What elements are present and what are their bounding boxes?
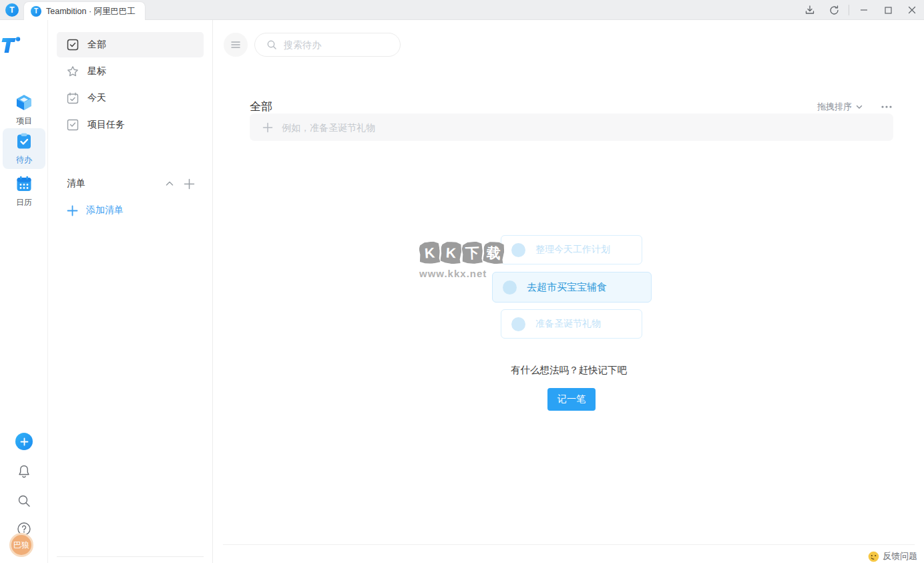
plus-icon xyxy=(15,433,33,450)
add-list-plus-icon[interactable] xyxy=(184,178,195,190)
sort-label: 拖拽排序 xyxy=(817,101,852,113)
hamburger-icon xyxy=(230,40,241,49)
rail-item-label: 日历 xyxy=(3,197,45,208)
checkbox-check-icon xyxy=(67,39,79,51)
sidebar-item-today[interactable]: 今天 xyxy=(57,85,204,111)
rail-item-label: 项目 xyxy=(3,116,45,127)
tab-favicon-icon: T xyxy=(31,6,41,17)
add-task-input[interactable] xyxy=(282,122,856,133)
rail-item-label: 待办 xyxy=(3,154,45,166)
app-tab[interactable]: T Teambition · 阿里巴巴工 xyxy=(23,1,146,21)
titlebar-separator xyxy=(849,5,849,15)
illustration-card-label: 去超市买宝宝辅食 xyxy=(527,281,607,294)
feedback-button[interactable]: 反馈问题 xyxy=(868,550,917,562)
sort-dropdown[interactable]: 拖拽排序 xyxy=(817,101,863,113)
empty-state-hint: 有什么想法吗？赶快记下吧 xyxy=(214,364,924,377)
star-icon xyxy=(67,65,79,77)
todo-search-box[interactable] xyxy=(254,33,401,57)
user-avatar[interactable]: 巴狼 xyxy=(9,533,33,557)
left-rail: 项目 待办 日历 xyxy=(0,20,48,563)
plus-icon xyxy=(262,122,273,133)
add-list-button[interactable]: 添加清单 xyxy=(67,202,124,219)
task-circle-icon xyxy=(511,317,525,331)
bell-icon xyxy=(16,463,32,480)
illustration-card-label: 整理今天工作计划 xyxy=(535,244,610,256)
sidebar-item-project-tasks[interactable]: 项目任务 xyxy=(57,112,204,138)
avatar-name: 巴狼 xyxy=(13,540,29,551)
ellipsis-icon xyxy=(881,105,893,109)
download-icon[interactable] xyxy=(798,0,822,20)
main-panel: 全部 拖拽排序 整理今天工作计划 去超市买宝宝辅食 准备圣诞节礼物 有什么想法吗… xyxy=(214,20,924,563)
close-button[interactable] xyxy=(900,0,924,20)
maximize-button[interactable] xyxy=(876,0,900,20)
refresh-icon[interactable] xyxy=(822,0,846,20)
illustration-card-label: 准备圣诞节礼物 xyxy=(535,318,601,330)
titlebar: T T Teambition · 阿里巴巴工 xyxy=(0,0,924,20)
calendar-icon xyxy=(15,175,33,192)
minimize-button[interactable] xyxy=(852,0,876,20)
rail-item-calendar[interactable]: 日历 xyxy=(3,171,45,212)
teambition-brand-icon xyxy=(0,35,48,56)
illustration-card: 整理今天工作计划 xyxy=(501,235,642,264)
notifications-button[interactable] xyxy=(0,463,48,482)
page-title: 全部 xyxy=(250,99,272,114)
calendar-check-icon xyxy=(67,92,79,104)
add-list-label: 添加清单 xyxy=(86,204,124,216)
toggle-sidebar-button[interactable] xyxy=(224,33,248,57)
bottom-divider xyxy=(223,544,915,545)
search-button[interactable] xyxy=(0,493,48,512)
teambition-logo-icon: T xyxy=(5,3,19,17)
plus-icon xyxy=(67,205,78,216)
lists-section-header: 清单 xyxy=(67,175,195,192)
todo-clipboard-icon xyxy=(15,132,33,150)
sidebar-item-starred[interactable]: 星标 xyxy=(57,59,204,84)
illustration-card: 准备圣诞节礼物 xyxy=(501,309,642,339)
sidebar: 全部 星标 今天 项目任务 清单 添加清单 xyxy=(48,20,213,563)
more-menu-button[interactable] xyxy=(879,99,895,115)
sidebar-item-label: 今天 xyxy=(87,92,106,104)
take-note-button[interactable]: 记一笔 xyxy=(547,388,596,411)
smiley-icon xyxy=(868,551,879,562)
sidebar-item-all[interactable]: 全部 xyxy=(57,32,204,57)
feedback-label: 反馈问题 xyxy=(883,550,917,562)
search-input[interactable] xyxy=(284,39,384,50)
task-circle-icon xyxy=(503,280,517,295)
collapse-lists-icon[interactable] xyxy=(165,179,174,188)
tab-title: Teambition · 阿里巴巴工 xyxy=(46,6,136,17)
app-window: T T Teambition · 阿里巴巴工 xyxy=(0,0,924,563)
lists-header-label: 清单 xyxy=(67,178,156,190)
task-checkbox-icon xyxy=(67,119,79,131)
illustration-card-highlight: 去超市买宝宝辅食 xyxy=(492,272,652,303)
sidebar-item-label: 全部 xyxy=(87,39,106,51)
sidebar-divider xyxy=(57,556,204,557)
create-button[interactable] xyxy=(0,433,48,450)
search-icon xyxy=(266,39,277,50)
chevron-down-icon xyxy=(855,103,863,111)
sidebar-item-label: 星标 xyxy=(87,65,106,77)
search-icon xyxy=(16,493,32,509)
add-task-box[interactable] xyxy=(250,114,893,141)
projects-cube-icon xyxy=(15,93,33,111)
rail-item-todo[interactable]: 待办 xyxy=(3,128,45,169)
sidebar-item-label: 项目任务 xyxy=(87,119,125,131)
task-circle-icon xyxy=(511,243,525,257)
rail-item-projects[interactable]: 项目 xyxy=(3,89,45,130)
